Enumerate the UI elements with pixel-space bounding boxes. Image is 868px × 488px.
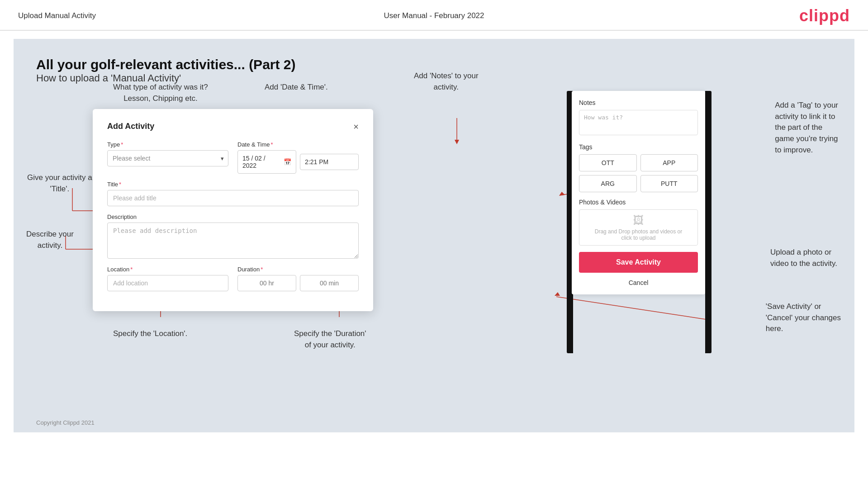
datetime-group: Date & Time* 15 / 02 / 2022 📅 2:21 PM (237, 141, 359, 174)
location-label-text: Location* (107, 266, 228, 273)
title-input[interactable] (107, 190, 359, 206)
location-group: Location* (107, 266, 228, 291)
notes-textarea[interactable] (579, 110, 698, 135)
svg-marker-15 (455, 140, 459, 144)
photos-placeholder-text: Drag and Drop photos and videos or click… (595, 228, 682, 241)
page-title-main: All your golf-relevant activities... (Pa… (36, 57, 832, 72)
description-textarea[interactable] (107, 223, 359, 259)
date-value: 15 / 02 / 2022 (242, 155, 281, 169)
location-input[interactable] (107, 275, 228, 291)
add-activity-dialog: Add Activity × Type* ▾ (93, 109, 373, 311)
date-time-row: 15 / 02 / 2022 📅 2:21 PM (237, 150, 359, 174)
tags-section-label: Tags (579, 143, 698, 151)
photos-upload-area[interactable]: 🖼 Drag and Drop photos and videos or cli… (579, 209, 698, 246)
notes-section-label: Notes (579, 99, 698, 106)
description-label-text: Description (107, 213, 359, 220)
duration-label-text: Duration* (237, 266, 359, 273)
annotation-datetime: Add 'Date & Time'. (265, 82, 328, 93)
duration-group: Duration* (237, 266, 359, 291)
page-label: Upload Manual Activity (18, 11, 96, 20)
title-group: Title* (107, 181, 359, 206)
svg-line-20 (556, 297, 706, 319)
save-activity-button[interactable]: Save Activity (579, 252, 698, 273)
type-select[interactable] (107, 150, 228, 166)
annotation-save: 'Save Activity' or 'Cancel' your changes… (766, 301, 841, 335)
title-label-text: Title* (107, 181, 359, 188)
annotation-title: Give your activity a 'Title'. (27, 172, 92, 194)
duration-hours-input[interactable] (237, 275, 296, 291)
description-group: Description (107, 213, 359, 259)
tag-putt[interactable]: PUTT (640, 175, 698, 192)
datetime-label: Date & Time* (237, 141, 359, 148)
mobile-panel: Notes Tags OTT APP ARG PUTT Photos & Vid… (572, 91, 705, 294)
photo-icon: 🖼 (633, 214, 644, 227)
annotation-duration: Specify the 'Duration' of your activity. (294, 328, 366, 351)
annotation-description: Describe your activity. (26, 229, 74, 251)
main-content: All your golf-relevant activities... (Pa… (14, 39, 854, 432)
annotation-tag: Add a 'Tag' to your activity to link it … (775, 100, 838, 156)
annotation-notes: Add 'Notes' to your activity. (414, 71, 479, 93)
type-label: Type* (107, 141, 228, 148)
date-input-wrapper[interactable]: 15 / 02 / 2022 📅 (237, 150, 296, 174)
tag-ott[interactable]: OTT (579, 154, 637, 171)
annotation-photo: Upload a photo or video to the activity. (770, 247, 837, 269)
annotation-type: What type of activity was it? Lesson, Ch… (113, 82, 208, 104)
type-group: Type* ▾ Please select (107, 141, 228, 174)
duration-row (237, 275, 359, 291)
clippd-logo: clippd (799, 6, 850, 25)
type-select-wrapper[interactable]: ▾ Please select (107, 150, 228, 166)
mobile-right-bar (705, 91, 711, 353)
cancel-link[interactable]: Cancel (579, 277, 698, 288)
tags-grid: OTT APP ARG PUTT (579, 154, 698, 192)
svg-marker-17 (559, 192, 565, 196)
copyright: Copyright Clippd 2021 (36, 419, 95, 426)
dialog-close-button[interactable]: × (353, 122, 359, 131)
svg-marker-21 (555, 292, 560, 296)
dialog-title: Add Activity (107, 122, 154, 131)
calendar-icon: 📅 (284, 158, 291, 166)
duration-mins-input[interactable] (300, 275, 359, 291)
manual-title: User Manual - February 2022 (384, 11, 484, 20)
time-input[interactable]: 2:21 PM (300, 154, 359, 170)
dialog-header: Add Activity × (107, 122, 359, 131)
tag-app[interactable]: APP (640, 154, 698, 171)
annotation-location: Specify the 'Location'. (113, 328, 187, 340)
top-bar: Upload Manual Activity User Manual - Feb… (0, 0, 868, 31)
location-duration-row: Location* Duration* (107, 266, 359, 291)
photos-section-label: Photos & Videos (579, 199, 698, 206)
time-value: 2:21 PM (305, 158, 328, 166)
type-datetime-row: Type* ▾ Please select Date & Time* (107, 141, 359, 174)
tag-arg[interactable]: ARG (579, 175, 637, 192)
